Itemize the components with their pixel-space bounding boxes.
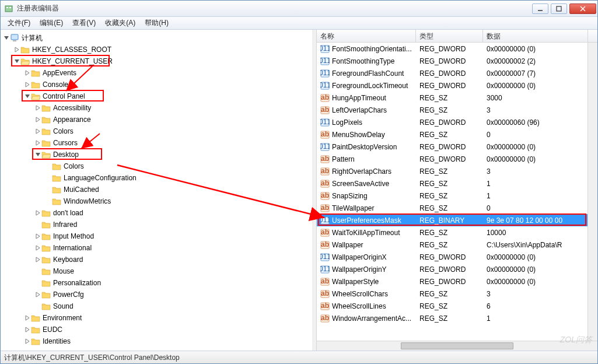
expander-icon[interactable]: [34, 244, 41, 251]
folder-icon: [41, 302, 51, 310]
expander-icon[interactable]: [24, 314, 31, 321]
value-row[interactable]: WheelScrollCharsREG_SZ3: [317, 288, 587, 300]
menu-favorites[interactable]: 收藏夹(A): [100, 17, 140, 29]
value-row[interactable]: ForegroundFlashCountREG_DWORD0x00000007 …: [317, 67, 587, 79]
expander-icon[interactable]: [24, 69, 31, 76]
values-list[interactable]: FontSmoothingOrientati...REG_DWORD0x0000…: [317, 43, 587, 341]
expander-icon[interactable]: [24, 81, 31, 88]
tree-root[interactable]: 计算机: [3, 32, 313, 44]
tree-item[interactable]: Sound: [3, 300, 313, 312]
expander-icon[interactable]: [24, 338, 31, 345]
value-row[interactable]: WallpaperStyleREG_DWORD0x00000000 (0): [317, 275, 587, 288]
value-row[interactable]: WaitToKillAppTimeoutREG_SZ10000: [317, 226, 587, 239]
menu-edit[interactable]: 编辑(E): [35, 17, 68, 29]
vertical-scrollbar[interactable]: [587, 43, 597, 341]
value-row[interactable]: HungAppTimeoutREG_SZ3000: [317, 92, 587, 104]
expander-icon[interactable]: [34, 151, 41, 158]
expander-icon[interactable]: [3, 34, 10, 41]
tree-label: Mouse: [53, 267, 74, 275]
column-type[interactable]: 类型: [416, 30, 483, 42]
tree-item[interactable]: PowerCfg: [3, 289, 313, 300]
tree-item[interactable]: HKEY_CURRENT_USER: [3, 55, 313, 67]
tree-item[interactable]: Appearance: [3, 114, 313, 125]
expander-icon[interactable]: [13, 58, 20, 65]
registry-editor-window: 注册表编辑器 文件(F) 编辑(E) 查看(V) 收藏夹(A) 帮助(H) 计算…: [0, 0, 598, 364]
scrollbar-thumb[interactable]: [401, 342, 513, 349]
tree-item[interactable]: Input Method: [3, 230, 313, 242]
status-path: 计算机\HKEY_CURRENT_USER\Control Panel\Desk…: [4, 354, 180, 362]
tree-item[interactable]: Accessibility: [3, 102, 313, 114]
tree-item[interactable]: Keyboard: [3, 254, 313, 265]
value-row[interactable]: UserPreferencesMaskREG_BINARY9e 3e 07 80…: [317, 214, 587, 226]
tree-item[interactable]: MuiCached: [3, 184, 313, 195]
value-row[interactable]: PaintDesktopVersionREG_DWORD0x00000000 (…: [317, 141, 587, 153]
tree-item[interactable]: Identities: [3, 335, 313, 347]
list-header: 名称 类型 数据: [317, 30, 597, 43]
value-row[interactable]: WallpaperOriginXREG_DWORD0x00000000 (0): [317, 251, 587, 263]
column-name[interactable]: 名称: [317, 30, 416, 42]
value-name: WallpaperOriginX: [332, 253, 387, 261]
string-value-icon: [320, 314, 330, 323]
tree-item[interactable]: International: [3, 242, 313, 254]
expander-icon[interactable]: [34, 128, 41, 135]
expander-icon[interactable]: [13, 46, 20, 53]
binary-value-icon: [320, 57, 330, 66]
menu-help[interactable]: 帮助(H): [140, 17, 173, 29]
expander-icon[interactable]: [34, 104, 41, 111]
menu-file[interactable]: 文件(F): [3, 17, 35, 29]
value-name: HungAppTimeout: [332, 94, 386, 102]
tree-item[interactable]: Colors: [3, 125, 313, 137]
expander-icon[interactable]: [34, 139, 41, 146]
tree-item[interactable]: WindowMetrics: [3, 195, 313, 207]
maximize-button[interactable]: [551, 4, 567, 14]
value-row[interactable]: MenuShowDelayREG_SZ0: [317, 128, 587, 141]
value-row[interactable]: SnapSizingREG_SZ1: [317, 190, 587, 202]
value-row[interactable]: WallpaperOriginYREG_DWORD0x00000000 (0): [317, 263, 587, 275]
tree-item[interactable]: Infrared: [3, 219, 313, 230]
tree-item[interactable]: AppEvents: [3, 67, 313, 79]
tree-item[interactable]: Environment: [3, 312, 313, 324]
tree-item[interactable]: don't load: [3, 207, 313, 219]
expander-icon[interactable]: [24, 93, 31, 100]
tree-label: Appearance: [53, 116, 91, 124]
tree-item[interactable]: Personalization: [3, 277, 313, 289]
tree-item[interactable]: Console: [3, 79, 313, 90]
expander-icon[interactable]: [34, 116, 41, 123]
value-row[interactable]: WheelScrollLinesREG_SZ6: [317, 300, 587, 312]
menu-view[interactable]: 查看(V): [68, 17, 100, 29]
expander-icon[interactable]: [34, 291, 41, 298]
value-row[interactable]: WindowArrangementAc...REG_SZ1: [317, 312, 587, 324]
value-row[interactable]: WallpaperREG_SZC:\Users\Xin\AppData\R: [317, 239, 587, 251]
folder-icon: [41, 232, 51, 240]
value-row[interactable]: ForegroundLockTimeoutREG_DWORD0x00000000…: [317, 79, 587, 92]
value-row[interactable]: TileWallpaperREG_SZ0: [317, 202, 587, 214]
value-data: 9e 3e 07 80 12 00 00 00: [483, 216, 587, 225]
tree-item[interactable]: Colors: [3, 160, 313, 172]
value-row[interactable]: ScreenSaveActiveREG_SZ1: [317, 177, 587, 190]
close-button[interactable]: [569, 4, 596, 14]
tree-item[interactable]: HKEY_CLASSES_ROOT: [3, 44, 313, 55]
tree-item[interactable]: Control Panel: [3, 90, 313, 102]
value-row[interactable]: FontSmoothingOrientati...REG_DWORD0x0000…: [317, 43, 587, 55]
registry-tree[interactable]: 计算机HKEY_CLASSES_ROOTHKEY_CURRENT_USERApp…: [1, 30, 313, 349]
value-row[interactable]: FontSmoothingTypeREG_DWORD0x00000002 (2): [317, 55, 587, 67]
tree-item[interactable]: LanguageConfiguration: [3, 172, 313, 184]
expander-icon[interactable]: [34, 209, 41, 216]
expander-icon[interactable]: [34, 256, 41, 263]
tree-item[interactable]: Mouse: [3, 265, 313, 277]
tree-pane[interactable]: 计算机HKEY_CLASSES_ROOTHKEY_CURRENT_USERApp…: [1, 30, 313, 351]
tree-label: WindowMetrics: [64, 197, 111, 205]
value-row[interactable]: PatternREG_DWORD0x00000000 (0): [317, 153, 587, 165]
value-row[interactable]: RightOverlapCharsREG_SZ3: [317, 165, 587, 177]
tree-label: AppEvents: [43, 69, 76, 77]
value-row[interactable]: LogPixelsREG_DWORD0x00000060 (96): [317, 116, 587, 128]
expander-icon[interactable]: [24, 326, 31, 333]
expander-icon[interactable]: [34, 233, 41, 240]
value-row[interactable]: LeftOverlapCharsREG_SZ3: [317, 104, 587, 116]
horizontal-scrollbar[interactable]: [317, 341, 597, 351]
tree-item[interactable]: Desktop: [3, 149, 313, 160]
column-data[interactable]: 数据: [483, 30, 588, 42]
tree-item[interactable]: Cursors: [3, 137, 313, 149]
minimize-button[interactable]: [532, 4, 548, 14]
tree-item[interactable]: EUDC: [3, 324, 313, 335]
